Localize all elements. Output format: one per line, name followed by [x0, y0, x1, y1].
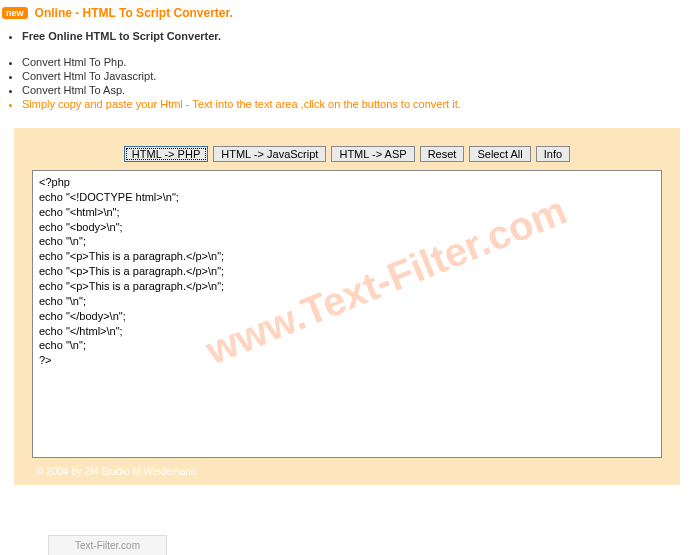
copyright-text: © 2004 by 2M Studio M.Weidemann	[32, 460, 662, 479]
list-item: Convert Html To Javascript.	[22, 70, 690, 82]
list-item: Simply copy and paste your Html - Text i…	[22, 98, 690, 110]
list-item: Convert Html To Asp.	[22, 84, 690, 96]
code-editor[interactable]	[32, 170, 662, 458]
feature-list: Convert Html To Php. Convert Html To Jav…	[0, 46, 692, 116]
html-to-javascript-button[interactable]: HTML -> JavaScript	[213, 146, 326, 162]
reset-button[interactable]: Reset	[420, 146, 465, 162]
intro-list: Free Online HTML to Script Converter.	[0, 24, 692, 46]
page-header: new Online - HTML To Script Converter.	[0, 0, 692, 24]
html-to-asp-button[interactable]: HTML -> ASP	[331, 146, 414, 162]
intro-item: Free Online HTML to Script Converter.	[22, 30, 690, 42]
html-to-php-button[interactable]: HTML -> PHP	[124, 146, 208, 162]
info-button[interactable]: Info	[536, 146, 570, 162]
converter-panel: HTML -> PHP HTML -> JavaScript HTML -> A…	[14, 128, 680, 485]
list-item: Convert Html To Php.	[22, 56, 690, 68]
new-badge: new	[2, 7, 28, 19]
select-all-button[interactable]: Select All	[469, 146, 530, 162]
toolbar: HTML -> PHP HTML -> JavaScript HTML -> A…	[32, 146, 662, 162]
page-title: Online - HTML To Script Converter.	[35, 6, 233, 20]
footer-tab: Text-Filter.com	[48, 535, 167, 555]
